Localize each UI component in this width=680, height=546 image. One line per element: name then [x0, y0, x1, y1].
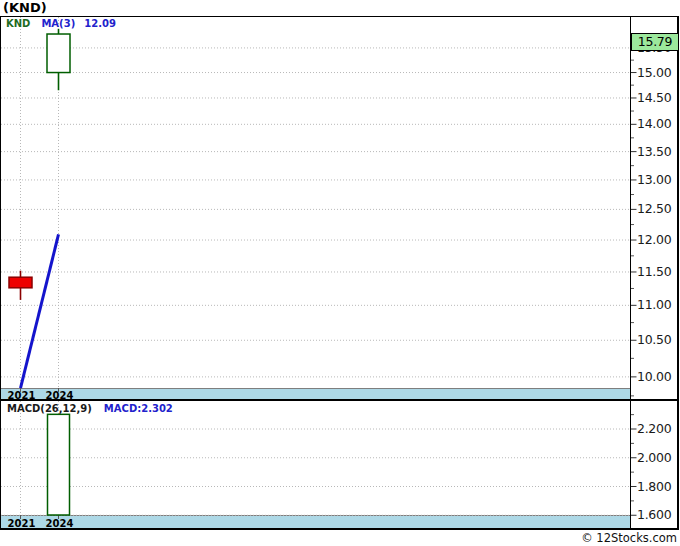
ma-legend-value: 12.09 — [84, 18, 116, 29]
price-axis-label: 11.50 — [637, 264, 679, 280]
price-panel-legend: KNDMA(3)12.09 — [6, 18, 125, 29]
chart-title: (KND) — [3, 0, 47, 15]
macd-bar-2024 — [48, 414, 70, 515]
stock-chart-screen: (KND) 20212024 20212024 15.5015.0014.501… — [0, 0, 680, 546]
watermark: © 12Stocks.com — [581, 531, 677, 545]
macd-axis-label: 2.000 — [637, 450, 679, 466]
price-axis-label: 12.00 — [637, 232, 679, 248]
price-axis-label: 10.00 — [637, 369, 679, 385]
price-axis-label: 15.00 — [637, 65, 679, 81]
ma3-line — [21, 234, 59, 388]
price-axis-label: 12.50 — [637, 201, 679, 217]
price-axis-label: 14.50 — [637, 90, 679, 106]
macd-axis-label: 2.200 — [637, 421, 679, 437]
price-axis-label: 10.50 — [637, 332, 679, 348]
macd-legend-value: MACD:2.302 — [104, 403, 173, 414]
last-price-badge: 15.79 — [631, 33, 679, 51]
price-axis-label: 13.00 — [637, 172, 679, 188]
macd-legend-label: MACD(26,12,9) — [7, 403, 92, 414]
price-axis-label: 11.00 — [637, 297, 679, 313]
axis-divider — [630, 16, 631, 528]
candle-body-2021 — [9, 277, 32, 288]
macd-axis-label: 1.800 — [637, 479, 679, 495]
chart-canvas — [0, 0, 680, 546]
price-axis-label: 14.00 — [637, 116, 679, 132]
symbol-legend-label: KND — [6, 18, 30, 29]
price-axis-label: 13.50 — [637, 144, 679, 160]
macd-panel-legend: MACD(26,12,9)MACD:2.302 — [7, 403, 173, 414]
panel-divider — [0, 399, 679, 401]
macd-axis-label: 1.600 — [637, 507, 679, 523]
candle-body-2024 — [47, 34, 70, 73]
ma-legend-label: MA(3) — [41, 18, 75, 29]
